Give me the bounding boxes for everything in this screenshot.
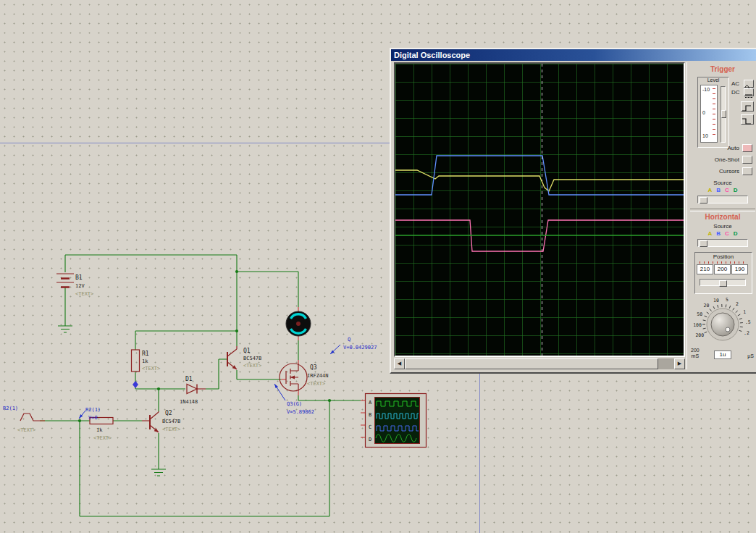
node-marker (133, 381, 138, 388)
r2-value: 1k (96, 427, 103, 433)
timebase-dial-area: 200100502010521.5.2 200 mS 1u µS (687, 295, 756, 368)
unit-us: µS (747, 353, 754, 358)
probe-q3g-label: Q3(G) (287, 401, 302, 407)
level-tick-middle: 0 (702, 110, 705, 115)
scrollbar-right-arrow[interactable]: ▶ (674, 358, 685, 369)
r1-value: 1k (142, 358, 148, 364)
dial-number-1: 1 (743, 309, 746, 315)
trigger-source-slider-thumb[interactable] (700, 197, 707, 203)
analyzer-channel-c: C (369, 424, 371, 430)
knob-pointer (726, 327, 730, 332)
r1-ref: R1 (142, 351, 149, 357)
position-slider[interactable] (700, 279, 746, 286)
ac-label: AC (731, 80, 739, 87)
cursors-label: Cursors (719, 168, 739, 175)
scrollbar-thumb[interactable] (405, 358, 658, 369)
component-pulse-generator[interactable]: <TEXT> R2(1) (3, 406, 40, 433)
horizontal-source-slider[interactable] (697, 239, 748, 247)
trigger-section-header: Trigger (687, 65, 756, 73)
unit-ms: mS (692, 353, 700, 358)
horizontal-source-label: Source (687, 223, 756, 230)
scope-horizontal-scrollbar[interactable]: ◀ ▶ (394, 358, 685, 369)
component-diode-d1[interactable]: D1 1N4148 (180, 376, 206, 405)
junction-dots (78, 270, 331, 422)
level-tickmarks (713, 88, 715, 139)
component-transistor-q2[interactable]: Q2 BC547B <TEXT> (142, 410, 180, 432)
q3-value: IRFZ44N (307, 373, 329, 379)
window-title: Digital Oscilloscope (394, 51, 470, 59)
trigger-level-group: Level -10 0 10 (697, 77, 729, 148)
generator-label: R2(1) (3, 406, 18, 411)
dial-number-10: 10 (713, 298, 719, 303)
horizontal-source-slider-thumb[interactable] (700, 240, 707, 247)
ac-coupling-button[interactable] (744, 80, 754, 88)
r1-text: <TEXT> (142, 366, 160, 372)
one-shot-button[interactable] (742, 156, 752, 164)
timebase-range-min: 200 mS (691, 348, 700, 359)
range-min-value: 200 (691, 348, 700, 353)
trigger-level-slider-thumb[interactable] (721, 110, 726, 118)
probe-q3-gate[interactable]: Q3(G) V=5.89862 (274, 384, 314, 415)
component-resistor-r2[interactable]: 1k <TEXT> (90, 418, 113, 442)
timebase-display: 1u (714, 351, 731, 359)
schematic-canvas[interactable]: B1 12V <TEXT> R1 1k <TEXT> D1 1N4148 Q1 … (0, 0, 756, 533)
channel-letter-d: D (734, 187, 738, 193)
dial-number-2: 2 (736, 301, 739, 307)
falling-edge-icon (742, 117, 752, 125)
probe-r2[interactable]: R2(1) V=0 (79, 407, 101, 421)
scrollbar-left-arrow[interactable]: ◀ (394, 358, 405, 369)
trigger-rising-edge-button[interactable] (741, 101, 754, 112)
component-transistor-q1[interactable]: Q1 BC547B <TEXT> (227, 346, 261, 369)
horizontal-source-channels[interactable]: ABCD (687, 230, 756, 237)
probe-q3g-value: V=5.89862 (287, 409, 314, 415)
component-resistor-r1[interactable]: R1 1k <TEXT> (132, 350, 161, 388)
analyzer-channel-d: D (369, 437, 371, 442)
timebase-knob[interactable] (711, 313, 734, 336)
dc-icon (744, 93, 753, 99)
dial-number-200: 200 (695, 332, 704, 338)
trigger-source-label: Source (687, 180, 756, 186)
position-label: Position (695, 253, 752, 260)
window-titlebar[interactable]: Digital Oscilloscope (391, 49, 756, 61)
position-slider-thumb[interactable] (719, 280, 727, 287)
d1-ref: D1 (185, 376, 193, 382)
q2-text: <TEXT> (162, 427, 180, 432)
dc-coupling-button[interactable] (744, 88, 754, 96)
auto-button[interactable] (742, 144, 752, 152)
channel-letter-c: C (725, 230, 729, 237)
scope-screen[interactable] (395, 64, 684, 356)
probe-q-label: Q (348, 337, 350, 343)
oscilloscope-window[interactable]: Digital Oscilloscope ◀ ▶ Trigger Level -… (390, 48, 756, 374)
trigger-falling-edge-button[interactable] (741, 114, 754, 125)
channel-letter-d: D (734, 230, 738, 237)
channel-letter-a: A (707, 230, 712, 237)
scope-control-panel: Trigger Level -10 0 10 AC DC (686, 62, 756, 369)
logic-analyzer-panel[interactable]: A B C D (366, 394, 427, 448)
q1-value: BC547B (243, 356, 261, 361)
probe-r2-label: R2(1) (85, 407, 101, 413)
horizontal-section-header: Horizontal (687, 213, 756, 221)
analyzer-channel-b: B (369, 412, 371, 418)
trigger-source-channels[interactable]: ABCD (687, 187, 756, 193)
position-value-left: 210 (697, 264, 713, 274)
position-value-right: 190 (731, 264, 748, 274)
trigger-level-slider[interactable] (721, 86, 726, 143)
timebase-dial[interactable]: 200100502010521.5.2 (687, 295, 756, 352)
scope-screen-frame (394, 62, 685, 357)
dial-number-2: .2 (744, 330, 749, 336)
one-shot-label: One-Shot (715, 156, 739, 163)
rising-edge-icon (742, 104, 752, 112)
battery-ref: B1 (75, 274, 83, 281)
r2-text: <TEXT> (93, 435, 112, 441)
level-label: Level (698, 77, 728, 83)
trigger-source-slider[interactable] (697, 196, 748, 203)
q2-value: BC547B (162, 419, 180, 424)
cursors-button[interactable] (742, 167, 752, 175)
component-battery-b1[interactable]: B1 12V <TEXT> (56, 274, 93, 297)
battery-value: 12V (75, 283, 85, 289)
component-motor[interactable] (286, 311, 311, 336)
q1-ref: Q1 (243, 348, 251, 354)
probe-q[interactable]: Q V=0.0429027 (330, 337, 377, 354)
component-mosfet-q3[interactable]: Q3 IRFZ44N <TEXT> (280, 364, 329, 391)
probe-r2-value: V=0 (88, 415, 98, 421)
